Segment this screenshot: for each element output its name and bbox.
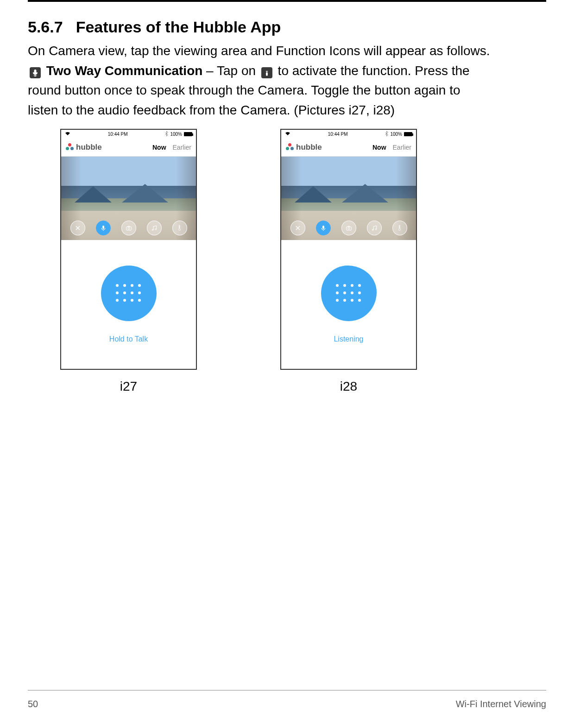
status-time: 10:44 PM (108, 132, 128, 137)
tabs: Now Earlier (152, 144, 191, 151)
mic-up-icon (261, 67, 272, 78)
close-icon[interactable] (70, 221, 85, 235)
camera-icon[interactable] (121, 221, 136, 235)
caption-i27: i27 (120, 379, 137, 394)
bluetooth-icon (385, 131, 388, 137)
camera-view[interactable] (61, 157, 196, 240)
caption-i28: i28 (340, 379, 357, 394)
paragraph-line4: listen to the audio feedback from the Ca… (28, 101, 546, 120)
intro-line: On Camera view, tap the viewing area and… (28, 42, 546, 61)
heading-number: 5.6.7 (28, 18, 63, 36)
temp-icon[interactable] (172, 221, 187, 235)
talk-button[interactable] (101, 266, 157, 321)
svg-rect-0 (102, 226, 104, 229)
status-bar: 10:44 PM 100% (61, 130, 196, 138)
feature-paragraph: Two Way Communication – Tap on to activa… (28, 62, 546, 81)
temp-icon[interactable] (392, 221, 407, 235)
tab-earlier[interactable]: Earlier (393, 144, 411, 151)
logo-dots-icon (286, 143, 294, 152)
txt-a: – Tap on (202, 63, 259, 78)
battery-icon (404, 132, 412, 136)
tab-earlier[interactable]: Earlier (173, 144, 191, 151)
logo-dots-icon (66, 143, 74, 152)
speaker-grid-icon (336, 284, 362, 303)
function-icon-row (61, 221, 196, 235)
bluetooth-icon (165, 131, 168, 137)
screenshot-i27: 10:44 PM 100% hubble Now (60, 129, 197, 394)
battery-pct: 100% (390, 132, 402, 137)
tab-now[interactable]: Now (152, 144, 166, 151)
screenshot-row: 10:44 PM 100% hubble Now (60, 129, 546, 394)
heading-title: Features of the Hubble App (76, 18, 281, 36)
svg-rect-3 (322, 226, 324, 229)
section-heading: 5.6.7Features of the Hubble App (28, 18, 546, 36)
txt-b: to activate the function. Press the (274, 63, 470, 78)
app-name: hubble (76, 143, 102, 152)
app-header: hubble Now Earlier (281, 138, 416, 157)
talk-label: Listening (334, 335, 363, 343)
battery-icon (184, 132, 192, 136)
feature-name: Two Way Communication (46, 63, 203, 78)
footer-section: Wi-Fi Internet Viewing (456, 699, 546, 709)
top-rule (28, 0, 546, 2)
wifi-icon (65, 131, 70, 137)
camera-icon[interactable] (341, 221, 356, 235)
wifi-icon (285, 131, 290, 137)
paragraph-line3: round button once to speak through the C… (28, 81, 546, 100)
status-bar: 10:44 PM 100% (281, 130, 416, 138)
talk-area: Listening (281, 240, 416, 369)
hubble-logo: hubble (286, 143, 322, 152)
page-footer: 50 Wi-Fi Internet Viewing (28, 690, 546, 709)
phone-frame: 10:44 PM 100% hubble Now (280, 129, 417, 370)
tabs: Now Earlier (372, 144, 411, 151)
status-time: 10:44 PM (328, 132, 348, 137)
tab-now[interactable]: Now (372, 144, 386, 151)
function-icon-row (281, 221, 416, 235)
screenshot-i28: 10:44 PM 100% hubble Now (280, 129, 417, 394)
hubble-logo: hubble (66, 143, 102, 152)
mic-icon[interactable] (96, 221, 111, 235)
speaker-grid-icon (116, 284, 142, 303)
talk-label: Hold to Talk (109, 335, 148, 343)
close-icon[interactable] (290, 221, 305, 235)
mic-down-icon (30, 67, 41, 78)
svg-point-5 (348, 228, 350, 229)
mic-icon[interactable] (316, 221, 331, 235)
battery-pct: 100% (170, 132, 182, 137)
phone-frame: 10:44 PM 100% hubble Now (60, 129, 197, 370)
talk-button[interactable] (321, 266, 377, 321)
page-number: 50 (28, 699, 38, 709)
talk-area: Hold to Talk (61, 240, 196, 369)
svg-point-2 (128, 228, 130, 229)
app-header: hubble Now Earlier (61, 138, 196, 157)
music-icon[interactable] (147, 221, 162, 235)
camera-view[interactable] (281, 157, 416, 240)
music-icon[interactable] (367, 221, 382, 235)
app-name: hubble (296, 143, 322, 152)
